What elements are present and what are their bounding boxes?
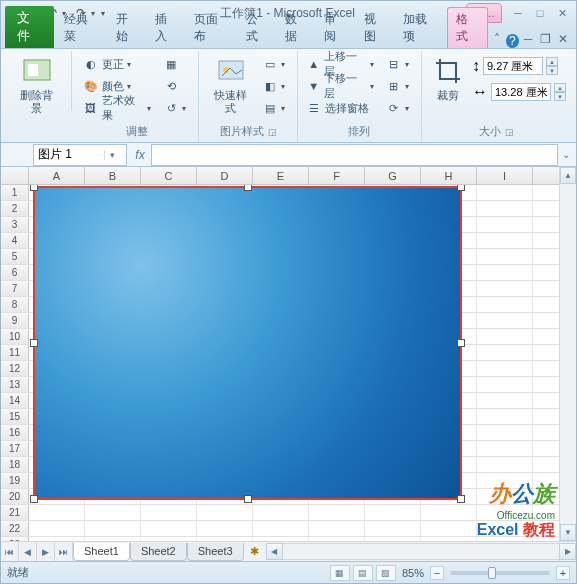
row-header[interactable]: 1 (1, 185, 29, 200)
row-header[interactable]: 6 (1, 265, 29, 280)
quick-styles-button[interactable]: 快速样式 (205, 53, 256, 117)
cell[interactable] (365, 537, 421, 541)
sheet-nav-first-icon[interactable]: ⏮ (1, 542, 19, 561)
tab-review[interactable]: 审阅 (316, 8, 355, 48)
grid[interactable]: A B C D E F G H I 1234567891011121314151… (1, 167, 559, 541)
zoom-slider[interactable] (450, 571, 550, 575)
picture-layout-button[interactable]: ▤▾ (260, 97, 291, 119)
row-header[interactable]: 23 (1, 537, 29, 541)
group-objects-button[interactable]: ⊞▾ (384, 75, 415, 97)
cell[interactable] (85, 537, 141, 541)
cell[interactable] (477, 265, 533, 280)
fx-icon[interactable]: fx (129, 148, 151, 162)
cell[interactable] (477, 217, 533, 232)
align-button[interactable]: ⊟▾ (384, 53, 415, 75)
cell[interactable] (253, 521, 309, 536)
corrections-button[interactable]: ◐更正▾ (81, 53, 157, 75)
cell[interactable] (477, 249, 533, 264)
resize-handle-br[interactable] (457, 495, 465, 503)
row-header[interactable]: 22 (1, 521, 29, 536)
row-header[interactable]: 17 (1, 441, 29, 456)
normal-view-icon[interactable]: ▦ (330, 565, 350, 581)
resize-handle-mr[interactable] (457, 339, 465, 347)
cell[interactable] (477, 329, 533, 344)
scroll-down-icon[interactable]: ▼ (560, 524, 576, 541)
width-down-icon[interactable]: ▼ (554, 92, 566, 101)
col-header[interactable]: B (85, 167, 141, 184)
cell[interactable] (477, 489, 533, 504)
name-box[interactable]: ▾ (33, 144, 127, 166)
change-picture-button[interactable]: ⟲ (161, 75, 192, 97)
sheet-nav-next-icon[interactable]: ▶ (37, 542, 55, 561)
horizontal-scrollbar[interactable]: ◀ ▶ (266, 542, 576, 561)
row-header[interactable]: 8 (1, 297, 29, 312)
reset-picture-button[interactable]: ↺▾ (161, 97, 192, 119)
cell[interactable] (477, 297, 533, 312)
doc-close-icon[interactable]: ✕ (554, 30, 572, 48)
col-header[interactable]: F (309, 167, 365, 184)
file-tab[interactable]: 文件 (5, 6, 54, 48)
selected-picture[interactable] (33, 186, 462, 500)
cell[interactable] (421, 521, 477, 536)
height-down-icon[interactable]: ▼ (546, 66, 558, 75)
height-spinner[interactable]: ↕ ▲▼ (472, 57, 566, 75)
width-spinner[interactable]: ↔ ▲▼ (472, 83, 566, 101)
cell[interactable] (253, 505, 309, 520)
vscroll-track[interactable] (560, 184, 576, 524)
cell[interactable] (477, 409, 533, 424)
row-header[interactable]: 21 (1, 505, 29, 520)
picture-border-button[interactable]: ▭▾ (260, 53, 291, 75)
cell[interactable] (477, 473, 533, 488)
height-up-icon[interactable]: ▲ (546, 57, 558, 66)
formula-input[interactable] (151, 144, 558, 166)
cell[interactable] (477, 537, 533, 541)
row-header[interactable]: 4 (1, 233, 29, 248)
cell[interactable] (29, 505, 85, 520)
row-header[interactable]: 5 (1, 249, 29, 264)
row-header[interactable]: 10 (1, 329, 29, 344)
cell[interactable] (477, 505, 533, 520)
row-header[interactable]: 11 (1, 345, 29, 360)
col-header[interactable]: G (365, 167, 421, 184)
row-header[interactable]: 18 (1, 457, 29, 472)
col-header[interactable]: C (141, 167, 197, 184)
remove-background-button[interactable]: 删除背景 (11, 53, 62, 117)
sheet-tab-3[interactable]: Sheet3 (187, 543, 244, 561)
zoom-level[interactable]: 85% (402, 567, 424, 579)
scroll-left-icon[interactable]: ◀ (266, 543, 283, 560)
cell[interactable] (421, 537, 477, 541)
cell[interactable] (477, 377, 533, 392)
row-header[interactable]: 12 (1, 361, 29, 376)
tab-view[interactable]: 视图 (356, 8, 395, 48)
compress-pictures-button[interactable]: ▦ (161, 53, 192, 75)
doc-restore-icon[interactable]: ❐ (537, 30, 555, 48)
size-launcher-icon[interactable]: ◲ (505, 127, 514, 137)
tab-insert[interactable]: 插入 (147, 8, 186, 48)
new-sheet-button[interactable]: ✱ (244, 542, 266, 561)
sheet-tab-2[interactable]: Sheet2 (130, 543, 187, 561)
hscroll-track[interactable] (283, 543, 559, 560)
resize-handle-ml[interactable] (30, 339, 38, 347)
cell[interactable] (477, 425, 533, 440)
help-icon[interactable]: ? (506, 34, 520, 48)
cell[interactable] (477, 313, 533, 328)
sheet-nav-prev-icon[interactable]: ◀ (19, 542, 37, 561)
picture-effects-button[interactable]: ◧▾ (260, 75, 291, 97)
row-header[interactable]: 16 (1, 425, 29, 440)
col-header[interactable]: A (29, 167, 85, 184)
tab-home[interactable]: 开始 (108, 8, 147, 48)
cell[interactable] (309, 537, 365, 541)
minimize-button[interactable]: ─ (508, 6, 528, 21)
row-header[interactable]: 19 (1, 473, 29, 488)
selection-pane-button[interactable]: ☰选择窗格 (304, 97, 380, 119)
cell[interactable] (477, 345, 533, 360)
cell[interactable] (477, 457, 533, 472)
select-all-corner[interactable] (1, 167, 29, 184)
cell[interactable] (477, 521, 533, 536)
close-button[interactable]: ✕ (552, 6, 572, 21)
name-box-dropdown-icon[interactable]: ▾ (104, 150, 120, 160)
doc-minimize-icon[interactable]: ─ (519, 30, 537, 48)
row-header[interactable]: 13 (1, 377, 29, 392)
tab-formulas[interactable]: 公式 (238, 8, 277, 48)
maximize-button[interactable]: □ (530, 6, 550, 21)
